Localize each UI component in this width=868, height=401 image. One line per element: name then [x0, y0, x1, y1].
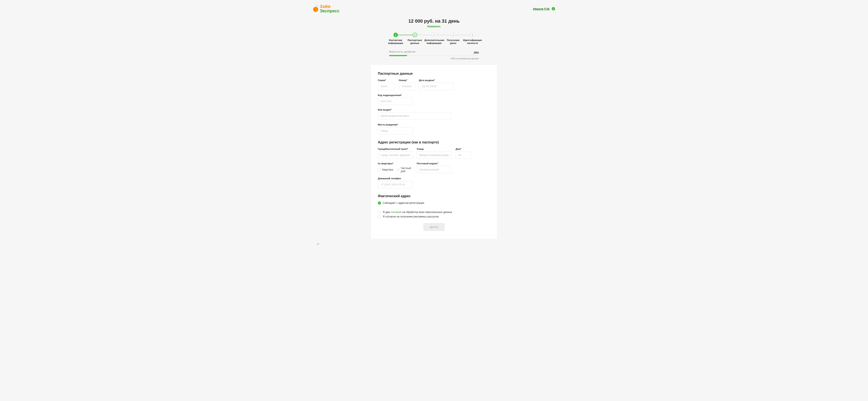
street-label: Улица	[417, 148, 452, 150]
number-label: Номер*	[399, 79, 415, 81]
series-label: Серия*	[378, 79, 395, 81]
next-button[interactable]: Далее	[423, 223, 444, 231]
series-input[interactable]	[378, 83, 395, 90]
user-menu-link[interactable]: Иванов П.М.	[533, 7, 550, 10]
phone-label: Домашний телефон	[378, 177, 413, 180]
consent-ads[interactable]: Я согласен на получение рекламных рассыл…	[378, 215, 490, 218]
house-label: Дом*	[456, 148, 471, 150]
passport-title: Паспортные данные	[378, 72, 490, 75]
apt-radio-flat[interactable]: Квартира	[378, 168, 393, 171]
birth-place-label: Место рождения*	[378, 123, 413, 126]
step-3: 3 Дополнительная информация	[424, 33, 444, 45]
zip-label: Почтовый индекс*	[417, 162, 452, 165]
apt-radio-house[interactable]: Частный дом	[397, 167, 413, 173]
issue-date-label: Дата выдачи*	[419, 79, 454, 81]
approval-hint: +18% за паспортные данные	[389, 58, 479, 60]
stepper: 1 Контактная информация 2 Паспортные дан…	[313, 33, 555, 45]
address-title: Адрес регистрации (как в паспорте)	[378, 140, 490, 144]
city-label: Город/Населенный пункт*	[378, 148, 413, 150]
birth-place-input[interactable]	[378, 127, 413, 134]
step-2: 2 Паспортные данные	[405, 33, 424, 45]
dept-code-label: Код подразделения*	[378, 94, 413, 96]
step-1: 1 Контактная информация	[386, 33, 405, 45]
check-icon: ✓	[552, 7, 555, 10]
approval-label: Вероятность одобрения	[389, 51, 479, 53]
form-card: Паспортные данные Серия* Номер* Дата выд…	[371, 65, 497, 239]
loan-summary: 12 000 руб. на 31 день	[313, 19, 555, 24]
approval-bar	[389, 55, 479, 56]
number-input[interactable]	[399, 83, 415, 90]
logo-line1: Займ	[320, 4, 340, 9]
actual-title: Фактический адрес	[378, 194, 490, 198]
consent-personal[interactable]: Я даю согласие на обработку моих персона…	[378, 211, 490, 214]
approval-percent: 20%	[474, 51, 479, 54]
issue-date-input[interactable]	[419, 83, 454, 90]
step-5: 5 Идентификация личности	[463, 33, 482, 45]
phone-input[interactable]	[378, 181, 413, 188]
orange-icon	[313, 5, 318, 12]
logo-line2: Экспресс	[320, 9, 340, 13]
dept-code-input[interactable]	[378, 98, 413, 105]
apt-label: № квартиры*	[378, 162, 413, 165]
leaf-icon	[315, 242, 319, 245]
step-4: 4 Получение денег	[444, 33, 463, 45]
city-input[interactable]	[378, 152, 413, 159]
change-link[interactable]: Изменить	[427, 25, 441, 28]
consent-link[interactable]: согласие	[391, 211, 402, 213]
issued-by-label: Кем выдан*	[378, 108, 452, 111]
svg-point-0	[313, 7, 318, 12]
house-input[interactable]	[456, 152, 471, 159]
issued-by-input[interactable]	[378, 112, 452, 120]
zip-input[interactable]	[417, 166, 452, 173]
street-input[interactable]	[417, 152, 452, 159]
check-icon: ✓	[378, 201, 381, 205]
footer-logo	[313, 242, 555, 246]
same-address-check[interactable]: ✓ Совпадает с адресом регистрации	[378, 201, 490, 205]
logo[interactable]: Займ Экспресс	[313, 4, 340, 13]
